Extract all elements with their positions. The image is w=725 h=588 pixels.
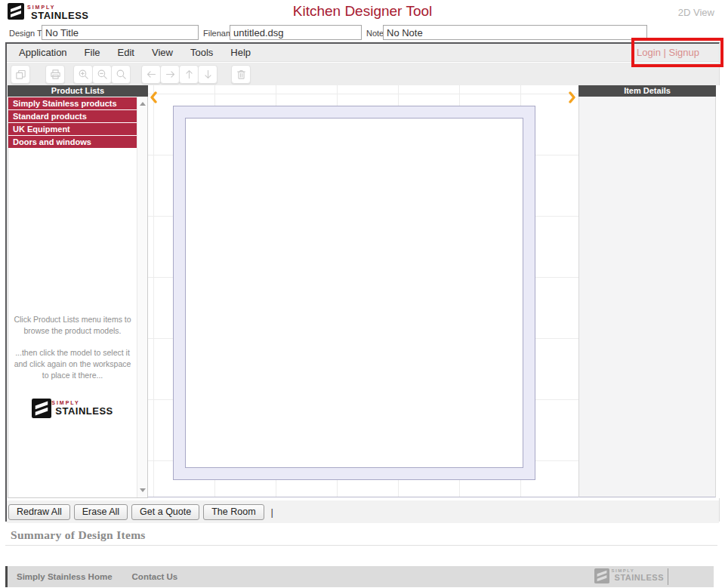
- logo-stainless-text: STAINLESS: [55, 406, 113, 416]
- item-details-panel: Item Details: [578, 85, 716, 497]
- summary-heading: Summary of Design Items: [11, 528, 146, 542]
- design-meta-form: Design Title: Filename: Note:: [0, 23, 725, 42]
- product-lists-panel: Product Lists Simply Stainless products …: [8, 85, 148, 498]
- logo-simply-text: SIMPLY: [51, 400, 113, 405]
- login-link[interactable]: Login: [637, 47, 661, 58]
- menu-file[interactable]: File: [85, 47, 100, 58]
- product-lists-header: Product Lists: [8, 85, 148, 97]
- delete-button[interactable]: [231, 65, 251, 84]
- toolbar: [7, 63, 719, 85]
- menu-help[interactable]: Help: [230, 47, 251, 58]
- redraw-all-button[interactable]: Redraw All: [8, 504, 70, 520]
- the-room-button[interactable]: The Room: [203, 504, 264, 520]
- collapse-left-panel-chevron-icon[interactable]: [150, 91, 157, 106]
- footer-link-contact[interactable]: Contact Us: [132, 572, 178, 581]
- design-canvas[interactable]: [148, 85, 578, 497]
- menu-tools[interactable]: Tools: [190, 47, 213, 58]
- cube-view-icon: [14, 68, 27, 81]
- menu-edit[interactable]: Edit: [118, 47, 134, 58]
- get-a-quote-button[interactable]: Get a Quote: [131, 504, 199, 520]
- item-details-header: Item Details: [578, 85, 716, 97]
- filename-input[interactable]: [230, 25, 362, 40]
- footer-logo: SIMPLY STAINLESS: [594, 568, 664, 583]
- zoom-in-icon: [77, 68, 90, 81]
- action-button-row: Redraw All Erase All Get a Quote The Roo…: [7, 500, 719, 523]
- footer-link-home[interactable]: Simply Stainless Home: [17, 572, 113, 581]
- arrow-up-icon: [183, 68, 196, 81]
- sidebar-scrollbar[interactable]: [137, 97, 147, 497]
- menu-application[interactable]: Application: [19, 47, 67, 58]
- view-mode-label: 2D View: [678, 7, 714, 18]
- arrow-down-icon: [202, 68, 214, 81]
- room-outline[interactable]: [173, 106, 535, 480]
- scroll-down-arrow-icon[interactable]: [140, 488, 146, 492]
- zoom-out-icon: [96, 68, 109, 81]
- note-input[interactable]: [383, 25, 647, 40]
- main-area: Product Lists Simply Stainless products …: [7, 85, 720, 498]
- auth-links: Login | Signup: [637, 47, 699, 58]
- instructions-place: ...then click the model to select it and…: [13, 347, 132, 380]
- product-list-standard[interactable]: Standard products: [8, 110, 137, 122]
- footer-links: Simply Stainless Home Contact Us: [17, 566, 177, 587]
- item-details-body: [578, 97, 716, 497]
- search-icon: [115, 68, 128, 81]
- scroll-up-arrow-icon[interactable]: [140, 102, 146, 106]
- arrow-right-icon: [164, 68, 177, 81]
- search-button[interactable]: [111, 65, 131, 84]
- text-cursor-mark: |: [271, 506, 273, 518]
- logo-mark-icon: [594, 568, 609, 583]
- move-right-button[interactable]: [160, 65, 180, 84]
- arrow-left-icon: [145, 68, 158, 81]
- logo-mark-icon: [32, 399, 51, 418]
- app-header: SIMPLY STAINLESS Kitchen Designer Tool 2…: [0, 0, 725, 23]
- footer-logo-stainless-text: STAINLESS: [615, 573, 664, 582]
- instructions-browse: Click Product Lists menu items to browse…: [13, 314, 132, 336]
- trash-icon: [235, 68, 248, 81]
- room-interior[interactable]: [185, 118, 523, 468]
- product-list-doors-windows[interactable]: Doors and windows: [8, 136, 137, 148]
- erase-all-button[interactable]: Erase All: [74, 504, 128, 520]
- print-button[interactable]: [45, 65, 65, 84]
- sidebar-instructions: Click Product Lists menu items to browse…: [13, 314, 132, 380]
- product-list-uk-equipment[interactable]: UK Equipment: [8, 123, 137, 135]
- product-lists: Simply Stainless products Standard produ…: [8, 97, 137, 149]
- move-up-button[interactable]: [179, 65, 199, 84]
- move-down-button[interactable]: [198, 65, 218, 84]
- design-title-input[interactable]: [42, 25, 199, 40]
- page-title: Kitchen Designer Tool: [0, 3, 725, 20]
- sidebar-logo: SIMPLY STAINLESS: [8, 399, 137, 418]
- move-left-button[interactable]: [141, 65, 161, 84]
- cube-view-button[interactable]: [11, 65, 30, 84]
- summary-divider: [5, 545, 717, 546]
- product-list-simply-stainless[interactable]: Simply Stainless products: [8, 97, 137, 109]
- menu-view[interactable]: View: [152, 47, 173, 58]
- print-icon: [49, 68, 62, 81]
- menu-bar: Application File Edit View Tools Help Lo…: [7, 44, 719, 62]
- product-lists-body: Simply Stainless products Standard produ…: [8, 97, 148, 498]
- signup-link[interactable]: Signup: [669, 47, 699, 58]
- collapse-right-panel-chevron-icon[interactable]: [569, 91, 576, 106]
- zoom-out-button[interactable]: [92, 65, 112, 84]
- app-frame: Application File Edit View Tools Help Lo…: [5, 42, 720, 522]
- kitchen-designer-app: SIMPLY STAINLESS Kitchen Designer Tool 2…: [0, 0, 725, 588]
- footer-divider: [668, 568, 668, 585]
- auth-separator: |: [661, 47, 669, 58]
- footer-bar: Simply Stainless Home Contact Us SIMPLY …: [5, 566, 714, 587]
- zoom-in-button[interactable]: [73, 65, 93, 84]
